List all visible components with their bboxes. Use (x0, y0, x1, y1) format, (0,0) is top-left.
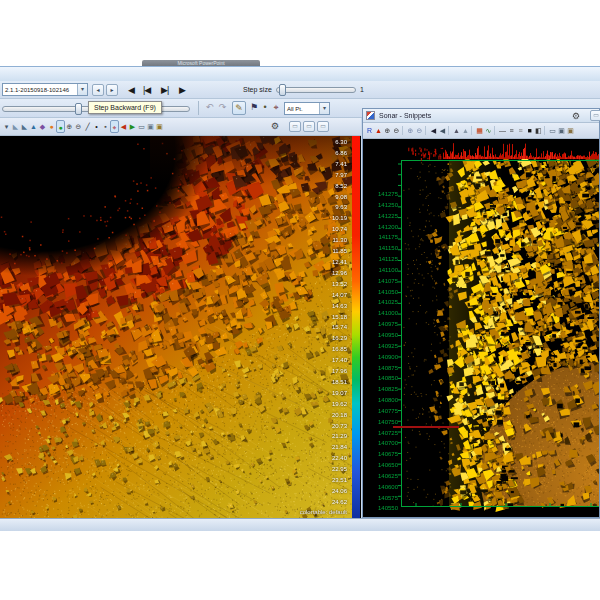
zoom-out-icon[interactable]: ⊖ (392, 125, 401, 137)
export-view-icon[interactable]: ▣ (155, 120, 164, 133)
y-axis-label: 140550 (378, 505, 398, 511)
contrast-half-icon[interactable]: ◧ (534, 125, 543, 137)
depth-label: 16.85 (332, 346, 347, 352)
y-axis-label: 141125 (378, 256, 398, 262)
surface-flat-icon[interactable]: ◣ (11, 120, 20, 133)
sonar-viewport[interactable]: 1412751412501412251412001411751411501411… (363, 139, 599, 517)
play-backward-button[interactable]: ◀ (128, 84, 134, 96)
step-forward-button[interactable]: ▶| (161, 84, 168, 96)
dash-tool-icon[interactable]: ▪ (101, 120, 110, 133)
separator[interactable] (494, 126, 497, 135)
line-style-icon[interactable]: — (498, 125, 507, 137)
zoom-x-icon[interactable]: ⊕ (406, 125, 415, 137)
step-size-slider-thumb[interactable] (279, 84, 286, 96)
undock-button[interactable]: ▭ (590, 110, 600, 121)
select-target-icon[interactable]: ⌖ (110, 120, 119, 133)
gain-up-icon[interactable]: ◀ (438, 125, 447, 137)
undo-icon[interactable]: ↶ (204, 102, 215, 112)
sonar-titlebar[interactable]: Sonar - Snippets ⚙ ▭ (363, 109, 599, 123)
play-forward-button[interactable]: ▶ (179, 84, 185, 96)
depth-label: 19.07 (332, 390, 347, 396)
separator[interactable] (448, 126, 451, 135)
gear-icon[interactable]: ⚙ (569, 110, 583, 124)
gain-down-icon[interactable]: ◀ (429, 125, 438, 137)
flag-tool-icon[interactable]: ⚑ (249, 102, 259, 112)
depth-label: 13.52 (332, 281, 347, 287)
frame-icon[interactable]: ▭ (548, 125, 557, 137)
y-axis-label: 140600 (378, 484, 398, 490)
tvg-down-icon[interactable]: ▲ (461, 125, 470, 137)
target-tool-icon[interactable]: ⌖ (271, 102, 281, 113)
depth-label: 7.41 (335, 161, 347, 167)
prev-file-button[interactable]: ◂ (92, 84, 104, 96)
depth-label: 21.29 (332, 433, 347, 439)
flag-green-icon[interactable]: ▶ (128, 120, 137, 133)
rows-alt-icon[interactable]: ≡ (516, 125, 525, 137)
replay-icon[interactable]: R (365, 125, 374, 137)
point-filter-combo[interactable]: All Pt. ▾ (284, 102, 330, 115)
tooltip: Step Backward (F9) (88, 101, 162, 114)
line-tool-icon[interactable]: ╱ (83, 120, 92, 133)
point-cloud-viewport[interactable]: 6.306.867.417.978.529.089.6310.1910.7411… (0, 136, 361, 518)
surface-mesh-icon[interactable]: ▲ (29, 120, 38, 133)
point-tool-icon[interactable]: • (92, 120, 101, 133)
undock-button[interactable]: ▭ (289, 121, 301, 132)
zoom-in-icon[interactable]: ⊕ (383, 125, 392, 137)
alarm-icon[interactable]: ▲ (374, 125, 383, 137)
depth-label: 16.29 (332, 335, 347, 341)
separator[interactable] (425, 126, 428, 135)
rows-icon[interactable]: ≡ (507, 125, 516, 137)
point-filter-value: All Pt. (285, 106, 319, 112)
file-version-combo[interactable]: 2.1.1-20150918-102146 ▾ (2, 83, 88, 96)
file-version-value: 2.1.1-20150918-102146 (3, 87, 77, 93)
depth-label: 11.30 (332, 237, 347, 243)
sonar-waterfall-view[interactable] (363, 139, 599, 517)
separator[interactable] (544, 126, 547, 135)
contrast-full-icon[interactable]: ■ (525, 125, 534, 137)
redo-icon[interactable]: ↷ (217, 102, 228, 112)
trace-icon[interactable]: ∿ (484, 125, 493, 137)
sonar-title: Sonar - Snippets (379, 112, 431, 119)
prism-view-icon[interactable]: ◆ (38, 120, 47, 133)
depth-label: 12.96 (332, 270, 347, 276)
step-size-slider[interactable] (276, 87, 356, 93)
close-button[interactable]: ▭ (317, 121, 329, 132)
zoom-out-icon[interactable]: ⊖ (74, 120, 83, 133)
y-axis-label: 141025 (378, 299, 398, 305)
app-titlebar[interactable] (0, 67, 600, 81)
chevron-down-icon[interactable]: ▾ (77, 84, 87, 95)
rect-select-icon[interactable]: ▭ (137, 120, 146, 133)
depth-label: 9.63 (335, 204, 347, 210)
step-backward-button[interactable]: |◀ (143, 84, 150, 96)
gear-icon[interactable]: ⚙ (268, 120, 282, 134)
surface-shade-icon[interactable]: ◣ (20, 120, 29, 133)
depth-label: 20.18 (332, 412, 347, 418)
palette-icon[interactable]: ▦ (475, 125, 484, 137)
tvg-up-icon[interactable]: ▲ (452, 125, 461, 137)
depth-label: 17.40 (332, 357, 347, 363)
status-bar (0, 518, 600, 531)
edit-pencil-icon[interactable]: ✎ (232, 101, 246, 115)
points-orange-icon[interactable]: ● (47, 120, 56, 133)
view-menu-icon[interactable]: ▾ (2, 120, 11, 133)
zoom-in-icon[interactable]: ⊕ (65, 120, 74, 133)
zoom-y-icon[interactable]: ⊖ (415, 125, 424, 137)
depth-label: 22.95 (332, 466, 347, 472)
maximize-button[interactable]: ▭ (303, 121, 315, 132)
y-axis-label: 140950 (378, 332, 398, 338)
separator[interactable] (402, 126, 405, 135)
next-file-button[interactable]: ▸ (106, 84, 118, 96)
separator[interactable] (471, 126, 474, 135)
depth-label: 23.51 (332, 477, 347, 483)
copy-view-icon[interactable]: ▣ (146, 120, 155, 133)
copy-icon[interactable]: ▣ (557, 125, 566, 137)
points-green-icon[interactable]: ● (56, 120, 65, 133)
depth-label: 12.41 (332, 259, 347, 265)
y-axis-label: 140675 (378, 451, 398, 457)
timeline-slider-thumb[interactable] (75, 103, 82, 115)
flag-red-icon[interactable]: ◀ (119, 120, 128, 133)
probe-tool-icon[interactable]: • (260, 102, 270, 112)
export-icon[interactable]: ▣ (566, 125, 575, 137)
y-axis-label: 141000 (378, 310, 398, 316)
chevron-down-icon[interactable]: ▾ (319, 103, 329, 114)
